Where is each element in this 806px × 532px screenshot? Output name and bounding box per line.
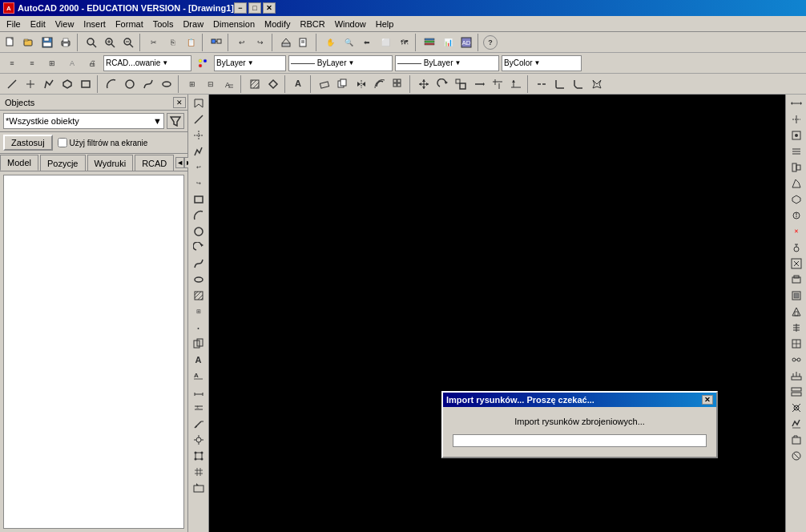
ldt-snap[interactable]	[190, 432, 208, 448]
menu-help[interactable]: Help	[371, 18, 399, 30]
close-button[interactable]: ✕	[263, 2, 276, 14]
menu-modify[interactable]: Modify	[260, 18, 295, 30]
rdt-btn18[interactable]	[788, 368, 805, 384]
ldt-mtext[interactable]: A	[190, 368, 208, 384]
menu-view[interactable]: View	[50, 18, 79, 30]
zoom-window-button[interactable]: ⬜	[377, 34, 394, 51]
ldt-snap2[interactable]	[190, 448, 208, 464]
draw-polygon-btn[interactable]	[58, 75, 76, 93]
draw-attdef-btn[interactable]: A	[220, 75, 238, 93]
ldt-hatch[interactable]	[190, 288, 208, 304]
filter-screen-checkbox[interactable]	[58, 138, 67, 147]
ldt-grid[interactable]	[190, 464, 208, 480]
modify-chamfer-btn[interactable]	[570, 75, 587, 93]
menu-tools[interactable]: Tools	[148, 18, 179, 30]
rdt-btn5[interactable]	[788, 159, 805, 175]
modify-stretch-btn[interactable]	[470, 75, 488, 93]
adcenter-button[interactable]: AD	[457, 34, 475, 51]
tb2-btn3[interactable]: ⊞	[43, 54, 61, 72]
pan-button[interactable]: ✋	[321, 34, 339, 51]
redo-button[interactable]: ↪	[252, 34, 269, 51]
rdt-btn14[interactable]	[788, 304, 805, 320]
rdt-btn1[interactable]	[788, 95, 805, 111]
rdt-btn4[interactable]	[788, 143, 805, 159]
rdt-btn19[interactable]	[788, 384, 805, 400]
menu-draw[interactable]: Draw	[178, 18, 208, 30]
rdt-btn3[interactable]	[788, 127, 805, 143]
layer-button[interactable]	[421, 34, 438, 51]
zoom-realtime-button[interactable]: 🔍	[340, 34, 357, 51]
linetype2-dropdown[interactable]: ——— ByLayer ▼	[395, 55, 499, 71]
drawing-canvas[interactable]: Import rysunków... Proszę czekać... ✕ Im…	[209, 95, 785, 532]
plot-button[interactable]	[277, 34, 295, 51]
rdt-btn13[interactable]	[788, 288, 805, 304]
ldt-pline[interactable]	[190, 143, 208, 159]
ldt-leader[interactable]	[190, 416, 208, 432]
filter-icon-button[interactable]	[167, 113, 184, 129]
ldt-dim[interactable]	[190, 384, 208, 400]
rdt-btn12[interactable]	[788, 272, 805, 288]
ldt-revision[interactable]	[190, 240, 208, 256]
filter-dropdown[interactable]: *Wszystkie obiekty ▼	[3, 113, 164, 129]
rdt-btn22[interactable]	[788, 432, 805, 448]
ldt-text[interactable]: A	[190, 352, 208, 368]
draw-xline-btn[interactable]	[22, 75, 39, 93]
rdt-btn17[interactable]	[788, 352, 805, 368]
new-button[interactable]	[2, 34, 19, 51]
draw-line-btn[interactable]	[3, 75, 21, 93]
zoom-button[interactable]	[101, 34, 119, 51]
draw-rect-btn[interactable]	[77, 75, 95, 93]
rdt-btn11[interactable]	[788, 256, 805, 272]
ldt-point[interactable]: •	[190, 320, 208, 336]
rdt-btn8[interactable]	[788, 208, 805, 224]
dialog-close-button[interactable]: ✕	[702, 395, 713, 405]
menu-window[interactable]: Window	[330, 18, 371, 30]
ldt-spline[interactable]	[190, 256, 208, 272]
layer-dropdown[interactable]: RCAD...owanie ▼	[103, 55, 191, 71]
modify-rotate-btn[interactable]	[433, 75, 451, 93]
minimize-button[interactable]: −	[234, 2, 247, 14]
ldt-block[interactable]: ⊞	[190, 304, 208, 320]
paste-button[interactable]: 📋	[182, 34, 199, 51]
rdt-btn23[interactable]	[788, 448, 805, 464]
rdt-btn15[interactable]	[788, 320, 805, 336]
tb2-btn4[interactable]: A	[63, 54, 81, 72]
ldt-rect[interactable]	[190, 191, 208, 208]
rdt-btn10[interactable]	[788, 240, 805, 256]
tab-nav-prev[interactable]: ◄	[175, 157, 184, 168]
draw-ellipse-btn[interactable]	[158, 75, 175, 93]
rdt-btn6[interactable]	[788, 175, 805, 191]
menu-format[interactable]: Format	[111, 18, 148, 30]
maximize-button[interactable]: □	[248, 2, 261, 14]
draw-mtext-btn[interactable]: A	[290, 75, 308, 93]
menu-edit[interactable]: Edit	[26, 18, 50, 30]
save-button[interactable]	[38, 34, 56, 51]
tab-wydruki[interactable]: Wydruki	[87, 155, 134, 171]
modify-array-btn[interactable]	[389, 75, 407, 93]
ldt-undo[interactable]: ↩	[190, 159, 208, 175]
draw-pline-btn[interactable]	[40, 75, 58, 93]
modify-fillet-btn[interactable]	[551, 75, 569, 93]
menu-insert[interactable]: Insert	[79, 18, 111, 30]
ldt-line[interactable]	[190, 111, 208, 127]
ldt-arc[interactable]	[190, 208, 208, 224]
modify-extend-btn[interactable]	[507, 75, 525, 93]
layer-mgr-btn[interactable]	[194, 54, 212, 72]
modify-erase-btn[interactable]	[316, 75, 333, 93]
ldt-xref[interactable]	[190, 336, 208, 352]
rdt-btn16[interactable]	[788, 336, 805, 352]
tb2-btn2[interactable]: ≡	[23, 54, 41, 72]
tool2-button[interactable]	[296, 34, 313, 51]
modify-explode-btn[interactable]	[588, 75, 606, 93]
modify-move-btn[interactable]	[415, 75, 433, 93]
rdt-btn2[interactable]	[788, 111, 805, 127]
draw-minsert-btn[interactable]: ⊟	[202, 75, 220, 93]
modify-break-btn[interactable]	[533, 75, 550, 93]
help-button[interactable]: ?	[483, 35, 498, 50]
modify-scale-btn[interactable]	[452, 75, 469, 93]
draw-spline-btn[interactable]	[139, 75, 157, 93]
linetype-dropdown[interactable]: ——— ByLayer ▼	[288, 55, 393, 71]
cut-button[interactable]: ✂	[145, 34, 163, 51]
ldt-arrow[interactable]	[190, 95, 208, 111]
ldt-construction[interactable]	[190, 127, 208, 143]
